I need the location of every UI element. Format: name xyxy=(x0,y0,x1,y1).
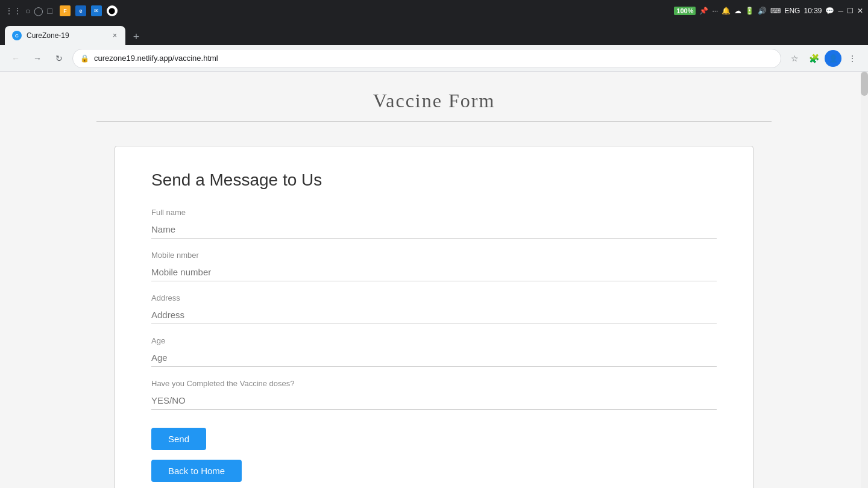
lock-icon: 🔒 xyxy=(80,54,89,63)
new-tab-button[interactable]: + xyxy=(128,28,145,45)
address-bar[interactable] xyxy=(94,54,773,63)
page-title: Vaccine Form xyxy=(12,90,856,112)
window-controls-close[interactable]: ✕ xyxy=(857,7,863,15)
vaccine-completed-label: Have you Completed the Vaccine doses? xyxy=(151,379,717,388)
send-button[interactable]: Send xyxy=(151,428,206,450)
browser-controls: ⋮⋮ ○ ◯ □ xyxy=(5,6,52,16)
grid-icon[interactable]: ⋮⋮ xyxy=(5,6,22,16)
active-tab[interactable]: C CureZone-19 × xyxy=(5,26,125,45)
time-display: 10:39 xyxy=(804,7,822,15)
files-icon[interactable]: F xyxy=(60,5,71,16)
scrollbar-track xyxy=(861,72,868,488)
menu-icon[interactable]: ⋮ xyxy=(844,50,861,67)
window-controls-maximize[interactable]: ☐ xyxy=(847,7,854,15)
age-group: Age xyxy=(151,336,717,367)
page-header: Vaccine Form xyxy=(0,72,868,134)
window-icon[interactable]: □ xyxy=(47,6,52,16)
circle-icon[interactable]: ◯ xyxy=(34,6,43,16)
back-nav-button[interactable]: ← xyxy=(7,50,24,67)
address-input[interactable] xyxy=(151,306,717,324)
tab-close-button[interactable]: × xyxy=(112,30,118,41)
profile-icon[interactable]: 👤 xyxy=(825,50,841,67)
reload-button[interactable]: ↻ xyxy=(51,50,68,67)
chrome-icon[interactable]: ⬤ xyxy=(107,5,118,16)
scrollbar-thumb[interactable] xyxy=(861,72,868,96)
tab-favicon: C xyxy=(12,31,22,40)
mobile-number-input[interactable] xyxy=(151,263,717,281)
toolbar-right: ☆ 🧩 👤 ⋮ xyxy=(786,50,861,67)
form-card: Send a Message to Us Full name Mobile nm… xyxy=(115,146,753,488)
edge-icon[interactable]: e xyxy=(75,5,86,16)
back-to-home-button[interactable]: Back to Home xyxy=(151,460,242,482)
vaccine-completed-group: Have you Completed the Vaccine doses? xyxy=(151,379,717,410)
mobile-number-label: Mobile nmber xyxy=(151,251,717,260)
address-group: Address xyxy=(151,293,717,324)
header-divider xyxy=(96,121,772,122)
battery-indicator: 100% xyxy=(674,7,696,15)
address-label: Address xyxy=(151,293,717,302)
tab-title: CureZone-19 xyxy=(27,31,107,40)
full-name-input[interactable] xyxy=(151,221,717,239)
chat-icon: 💬 xyxy=(825,7,834,15)
forward-nav-button[interactable]: → xyxy=(29,50,46,67)
vaccine-completed-input[interactable] xyxy=(151,392,717,410)
browser-toolbar: ← → ↻ 🔒 ☆ 🧩 👤 ⋮ xyxy=(0,45,868,72)
tray-icon-2: ☁ xyxy=(734,7,741,15)
dots-icon: ··· xyxy=(712,7,718,15)
full-name-label: Full name xyxy=(151,208,717,217)
age-label: Age xyxy=(151,336,717,345)
tab-bar: C CureZone-19 × + xyxy=(0,21,868,45)
tray-icon-5: ⌨ xyxy=(770,7,781,15)
form-heading: Send a Message to Us xyxy=(151,170,717,190)
window-controls-minimize[interactable]: ─ xyxy=(838,7,843,15)
mail-icon[interactable]: ✉ xyxy=(91,5,102,16)
search-icon[interactable]: ○ xyxy=(25,6,30,16)
vaccine-form: Full name Mobile nmber Address Age Have … xyxy=(151,208,717,482)
language-indicator: ENG xyxy=(784,7,800,15)
pin-icon: 📌 xyxy=(699,7,708,15)
full-name-group: Full name xyxy=(151,208,717,239)
page-content: Vaccine Form Send a Message to Us Full n… xyxy=(0,72,868,488)
system-tray: 100% 📌 ··· 🔔 ☁ 🔋 🔊 ⌨ ENG 10:39 💬 ─ ☐ ✕ xyxy=(674,7,863,15)
bookmark-star-icon[interactable]: ☆ xyxy=(786,50,803,67)
address-bar-container[interactable]: 🔒 xyxy=(72,49,781,68)
age-input[interactable] xyxy=(151,349,717,367)
form-actions: Send Back to Home xyxy=(151,428,717,482)
extensions-icon[interactable]: 🧩 xyxy=(805,50,822,67)
tray-icon-3: 🔋 xyxy=(745,7,754,15)
tray-icon-1: 🔔 xyxy=(722,7,731,15)
tray-icon-4: 🔊 xyxy=(758,7,767,15)
browser-titlebar: ⋮⋮ ○ ◯ □ F e ✉ ⬤ 100% 📌 ··· 🔔 ☁ 🔋 🔊 ⌨ EN… xyxy=(0,0,868,21)
mobile-number-group: Mobile nmber xyxy=(151,251,717,281)
